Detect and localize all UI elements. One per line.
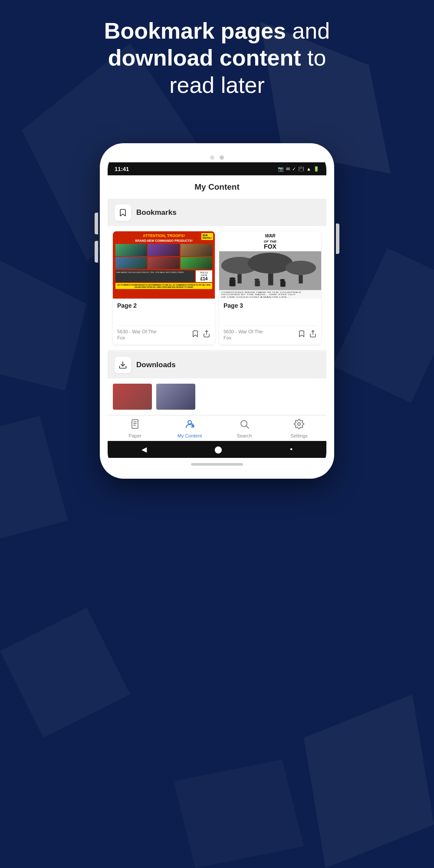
phone-screen: 11:41 📷 ✉ ✓ 📳 ▲ 🔋 My Content [108, 151, 326, 471]
card2-info: Page 3 5630 - War Of The Fox [219, 299, 321, 345]
card2-spacer [224, 311, 317, 324]
comic1-headline: ATTENTION, TROOPS! [115, 234, 212, 238]
phone-notch [108, 151, 326, 162]
cover-thumb-4 [115, 257, 147, 269]
bookmarks-icon [115, 204, 131, 221]
status-time: 11:41 [115, 166, 129, 172]
comic1-bottom-bar: GO TO WWW.DCTHOMSONSHOPCО.UK/COMMANDO TO… [115, 283, 212, 289]
cover-thumb-2 [148, 244, 180, 256]
check-icon: ✓ [292, 166, 296, 172]
svg-point-35 [298, 423, 300, 425]
phone-mockup: 11:41 📷 ✉ ✓ 📳 ▲ 🔋 My Content [100, 143, 334, 479]
bookmark-action-icon-2[interactable] [298, 330, 306, 339]
front-camera [220, 155, 224, 160]
status-icons: 📷 ✉ ✓ 📳 ▲ 🔋 [278, 166, 319, 172]
svg-rect-7 [0, 416, 68, 541]
card2-page-label: Page 3 [224, 302, 317, 309]
svg-point-32 [188, 421, 191, 424]
war-fox-title-area: WAR OF THE FOX [219, 231, 321, 251]
nav-search[interactable]: Search [217, 419, 272, 438]
card1-spacer [117, 311, 210, 324]
card2-subtitle: 5630 - War Of The Fox [224, 329, 263, 341]
card1-actions[interactable] [191, 330, 210, 339]
nav-paper[interactable]: Paper [108, 419, 162, 438]
card2-footer: 5630 - War Of The Fox [224, 326, 317, 341]
paper-nav-label: Paper [128, 433, 141, 438]
svg-line-34 [247, 426, 249, 428]
comic1-bottom-section: NEW RANGE! THIS INCLUDES PENCILS, TINS, … [115, 270, 212, 282]
vibrate-icon: 📳 [298, 166, 304, 172]
app-title: My Content [194, 182, 239, 191]
downloads-section-title: Downloads [136, 361, 176, 369]
svg-marker-3 [304, 694, 434, 868]
bookmarks-cards: ATTENTION, TROOPS! BRAND-NEW COMMANDO PR… [108, 226, 326, 350]
paper-nav-icon [130, 419, 140, 432]
share-action-icon[interactable] [203, 330, 210, 339]
back-button[interactable]: ◀ [141, 445, 147, 454]
power-button [336, 224, 339, 254]
comic1-new-range: NEW RANGE! THIS INCLUDES PENCILS, TINS, … [115, 270, 195, 282]
comic1-new-range-text: NEW RANGE! THIS INCLUDES PENCILS, TINS, … [116, 271, 194, 273]
bookmark-action-icon[interactable] [191, 330, 199, 339]
headline-line3: read later [169, 72, 265, 98]
comic1-subheadline: BRAND-NEW COMMANDO PRODUCTS! [115, 239, 212, 242]
home-button[interactable]: ⬤ [214, 445, 222, 454]
svg-text:OCCUPIED BY THE NAZIS... ONE S: OCCUPIED BY THE NAZIS... ONE STEP OUT [221, 294, 296, 296]
svg-marker-4 [0, 608, 130, 738]
cover-thumb-3 [181, 244, 212, 256]
volume-down-button [95, 241, 98, 263]
email-icon: ✉ [286, 166, 290, 172]
share-action-icon-2[interactable] [309, 330, 317, 339]
wifi-icon: ▲ [306, 166, 311, 171]
status-bar: 11:41 📷 ✉ ✓ 📳 ▲ 🔋 [108, 162, 326, 175]
speaker-dot [210, 155, 214, 160]
svg-marker-2 [0, 260, 87, 391]
phone-outer-shell: 11:41 📷 ✉ ✓ 📳 ▲ 🔋 My Content [100, 143, 334, 479]
svg-text:CONDITIONS WERE HARD IN THE CO: CONDITIONS WERE HARD IN THE COUNTRIES [221, 291, 301, 293]
settings-nav-label: Settings [290, 433, 308, 438]
cover-thumb-1 [115, 244, 147, 256]
cover-thumb-6 [181, 257, 212, 269]
my-content-nav-icon [184, 419, 195, 432]
svg-rect-20 [280, 281, 286, 287]
card1-image: ATTENTION, TROOPS! BRAND-NEW COMMANDO PR… [113, 231, 215, 299]
card-page2[interactable]: ATTENTION, TROOPS! BRAND-NEW COMMANDO PR… [113, 231, 215, 345]
volume-up-button [95, 213, 98, 234]
war-fox-title-text: WAR OF THE FOX [220, 233, 320, 250]
cover-thumb-5 [148, 257, 180, 269]
search-nav-icon [239, 419, 250, 432]
svg-rect-6 [332, 248, 434, 403]
war-fox-scene: CONDITIONS WERE HARD IN THE COUNTRIES OC… [219, 251, 321, 299]
card1-info: Page 2 5630 - War Of The Fox [113, 299, 215, 345]
comic1-price-box: PRICESFROM £14 [196, 270, 212, 282]
headline-normal-2: to [301, 45, 326, 70]
nav-settings[interactable]: Settings [272, 419, 326, 438]
svg-rect-15 [299, 275, 302, 284]
settings-nav-icon [294, 419, 304, 432]
home-bar [191, 463, 243, 466]
nav-my-content[interactable]: My Content [162, 419, 217, 438]
svg-marker-5 [174, 760, 304, 868]
download-thumb-2 [156, 384, 195, 410]
svg-rect-14 [268, 273, 273, 285]
app-header: My Content [108, 175, 326, 199]
recents-button[interactable]: ▪ [290, 445, 293, 453]
headline-normal-1: and [286, 18, 330, 43]
search-nav-label: Search [237, 433, 252, 438]
hero-headline: Bookmark pages and download content to r… [17, 17, 417, 99]
comic1-price-label: PRICESFROM [200, 271, 208, 276]
card1-page-label: Page 2 [117, 302, 210, 309]
svg-point-21 [280, 279, 285, 281]
downloads-section-header: Downloads [108, 352, 326, 378]
app-screen: My Content Bookmarks [108, 175, 326, 458]
battery-icon: 🔋 [313, 166, 319, 172]
comic1-covers-grid [115, 244, 212, 269]
card2-actions[interactable] [298, 330, 317, 339]
my-content-nav-label: My Content [178, 433, 202, 438]
card-page3[interactable]: WAR OF THE FOX [219, 231, 321, 345]
download-thumb-1 [113, 384, 152, 410]
card1-subtitle: 5630 - War Of The Fox [117, 329, 156, 341]
system-nav-bar: ◀ ⬤ ▪ [108, 441, 326, 458]
headline-bold-2: download content [108, 45, 301, 70]
svg-rect-13 [237, 274, 241, 283]
